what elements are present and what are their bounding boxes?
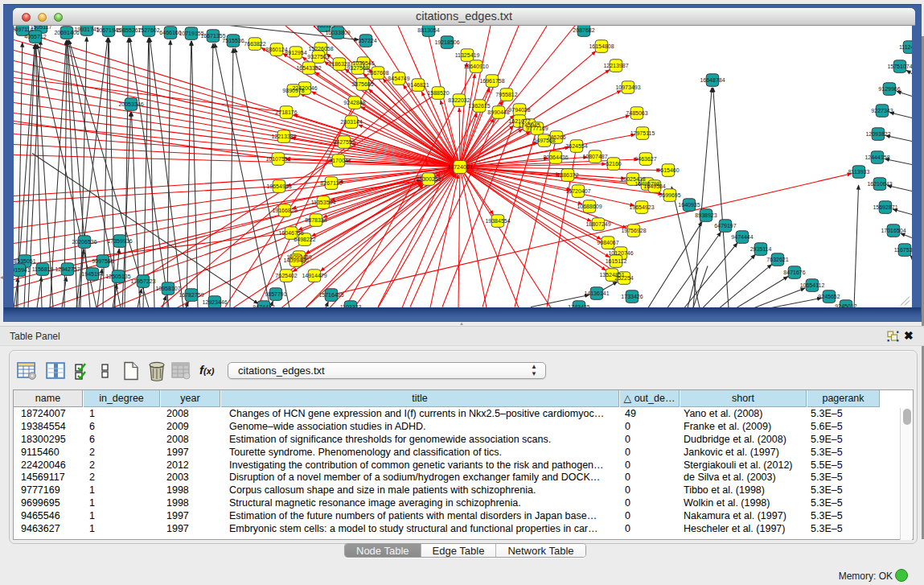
svg-text:1640935: 1640935	[678, 201, 700, 207]
svg-text:9327503: 9327503	[307, 53, 329, 59]
svg-text:11353594: 11353594	[311, 199, 336, 204]
svg-text:9699695: 9699695	[659, 192, 680, 197]
svg-text:18807249: 18807249	[585, 220, 610, 226]
svg-text:7663822: 7663822	[244, 40, 265, 46]
svg-text:2718176: 2718176	[275, 109, 297, 114]
svg-text:16648784: 16648784	[700, 76, 725, 82]
svg-text:6479197: 6479197	[714, 222, 736, 228]
svg-text:25300255: 25300255	[416, 175, 441, 181]
svg-text:12093822: 12093822	[865, 130, 890, 136]
svg-text:10807487: 10807487	[582, 153, 607, 159]
svg-text:1649584: 1649584	[643, 183, 665, 188]
svg-text:10120746: 10120746	[608, 249, 633, 255]
svg-text:1945194: 1945194	[81, 270, 103, 276]
svg-text:9245652: 9245652	[818, 293, 840, 299]
svg-text:12923446: 12923446	[202, 299, 227, 304]
svg-text:7515536: 7515536	[222, 37, 244, 43]
svg-text:8813054: 8813054	[417, 27, 439, 32]
svg-text:19166829: 19166829	[272, 207, 297, 212]
svg-text:7625402: 7625402	[275, 272, 297, 278]
svg-text:19756928: 19756928	[621, 227, 646, 233]
svg-text:2867608: 2867608	[367, 69, 388, 75]
svg-text:15716485: 15716485	[318, 291, 343, 297]
svg-text:9097586: 9097586	[92, 257, 113, 263]
svg-text:12444158: 12444158	[864, 154, 889, 159]
svg-text:7386372: 7386372	[556, 171, 578, 177]
svg-text:9794028: 9794028	[508, 106, 530, 112]
svg-text:15226058: 15226058	[308, 45, 333, 51]
svg-text:16782759: 16782759	[179, 291, 203, 297]
svg-text:16154808: 16154808	[589, 43, 614, 48]
svg-text:8454749: 8454749	[388, 75, 409, 80]
svg-text:8938923: 8938923	[695, 212, 717, 217]
svg-text:3624554: 3624554	[565, 142, 587, 148]
svg-text:12213389: 12213389	[271, 133, 296, 138]
svg-text:8878334: 8878334	[305, 216, 326, 222]
svg-text:2803144: 2803144	[340, 118, 362, 124]
svg-text:17957223: 17957223	[130, 278, 155, 283]
svg-text:9084067: 9084067	[597, 239, 618, 245]
svg-text:10958107: 10958107	[155, 285, 180, 290]
svg-text:6497568: 6497568	[533, 137, 555, 142]
svg-text:17016504: 17016504	[881, 227, 906, 233]
svg-text:1733426: 1733426	[621, 293, 643, 299]
svg-text:20053346: 20053346	[118, 101, 143, 106]
svg-text:18640910: 18640910	[463, 63, 488, 68]
svg-text:62160: 62160	[606, 160, 622, 166]
svg-text:12505135: 12505135	[105, 273, 130, 278]
svg-text:12213987: 12213987	[603, 62, 628, 68]
svg-text:1112430: 1112430	[899, 43, 912, 49]
svg-text:20206536: 20206536	[72, 238, 97, 244]
svg-text:19218506: 19218506	[434, 39, 459, 44]
svg-text:16046756: 16046756	[278, 229, 303, 235]
svg-text:9890978: 9890978	[282, 87, 304, 93]
svg-text:8471676: 8471676	[783, 269, 805, 274]
svg-text:16543382: 16543382	[296, 64, 321, 70]
svg-text:7357224: 7357224	[355, 37, 376, 43]
svg-text:2087682: 2087682	[573, 27, 594, 32]
svg-text:1167533: 1167533	[894, 246, 912, 252]
svg-text:14914479: 14914479	[302, 272, 326, 278]
svg-text:9857791: 9857791	[265, 290, 286, 296]
svg-text:8535051: 8535051	[14, 257, 35, 263]
svg-text:10654112: 10654112	[800, 282, 825, 287]
svg-text:9327508: 9327508	[347, 64, 368, 70]
svg-text:16210643: 16210643	[867, 180, 892, 186]
svg-text:252254: 252254	[614, 274, 633, 280]
svg-text:1615112: 1615112	[606, 257, 627, 263]
svg-text:9474444: 9474444	[731, 233, 753, 239]
svg-text:17975115: 17975115	[630, 130, 655, 135]
svg-text:3875685: 3875685	[351, 80, 373, 86]
svg-text:19654923: 19654923	[629, 204, 654, 209]
svg-text:10973493: 10973493	[615, 84, 640, 89]
svg-text:8113933: 8113933	[848, 168, 870, 174]
svg-text:16961758: 16961758	[479, 77, 504, 83]
svg-text:1588520: 1588520	[427, 89, 449, 95]
svg-text:9777169: 9777169	[526, 125, 548, 130]
svg-text:10688609: 10688609	[577, 203, 602, 208]
svg-text:17359936: 17359936	[107, 237, 132, 243]
svg-text:11325419: 11325419	[455, 51, 480, 57]
svg-text:1156819: 1156819	[32, 266, 54, 271]
svg-text:1063159: 1063159	[313, 26, 335, 28]
svg-text:15720407: 15720407	[565, 187, 590, 193]
svg-text:20364436: 20364436	[543, 154, 568, 159]
svg-text:9129966: 9129966	[878, 85, 900, 91]
svg-text:2935114: 2935114	[750, 245, 772, 251]
svg-text:18724007: 18724007	[447, 163, 472, 169]
svg-text:14136141: 14136141	[584, 290, 609, 295]
svg-text:9146821: 9146821	[407, 81, 429, 87]
svg-text:19654983: 19654983	[266, 183, 291, 188]
svg-text:7632621: 7632621	[766, 256, 788, 262]
svg-text:10107552: 10107552	[265, 155, 290, 161]
svg-text:6498222: 6498222	[294, 236, 315, 241]
svg-text:9463627: 9463627	[634, 155, 656, 161]
svg-text:8267130: 8267130	[320, 179, 342, 185]
svg-text:12942757: 12942757	[55, 266, 80, 271]
svg-text:19384554: 19384554	[485, 217, 510, 223]
svg-text:7485063: 7485063	[626, 109, 647, 115]
svg-text:9242848: 9242848	[343, 99, 365, 105]
svg-text:4055712: 4055712	[24, 33, 46, 39]
svg-text:9227343: 9227343	[871, 107, 893, 113]
svg-text:8912954: 8912954	[285, 49, 306, 55]
